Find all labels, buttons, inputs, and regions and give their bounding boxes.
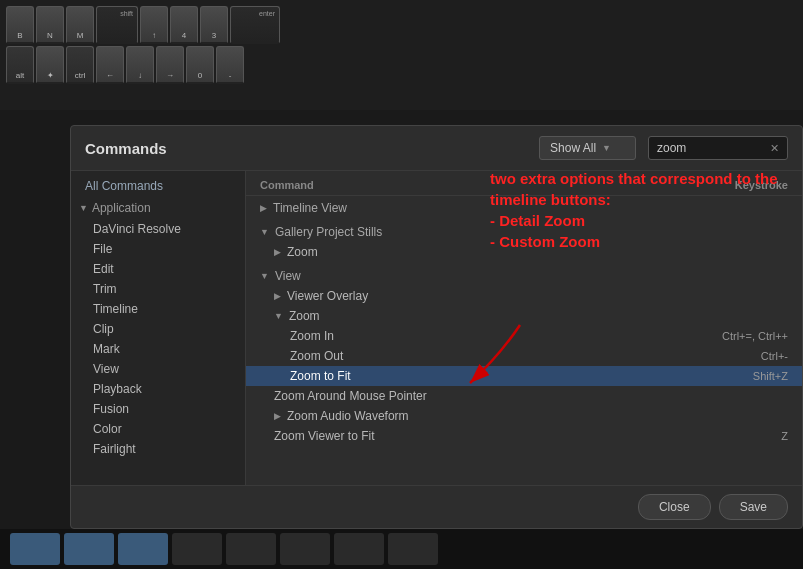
filmstrip-item-4[interactable]	[172, 533, 222, 565]
cmd-viewer-overlay[interactable]: ▶ Viewer Overlay	[246, 286, 802, 306]
sidebar-item-timeline[interactable]: Timeline	[71, 299, 245, 319]
cmd-zoom-to-fit[interactable]: Zoom to Fit Shift+Z	[246, 366, 802, 386]
sidebar-item-davinci[interactable]: DaVinci Resolve	[71, 219, 245, 239]
cmd-name-zoom-to-fit: Zoom to Fit	[290, 369, 628, 383]
group-header-gallery-stills[interactable]: ▼ Gallery Project Stills	[246, 222, 802, 242]
cmd-name-zoom-audio: Zoom Audio Waveform	[287, 409, 628, 423]
sidebar-item-file[interactable]: File	[71, 239, 245, 259]
chevron-right-icon-viewer: ▶	[274, 291, 281, 301]
dialog-header: Commands Show All ▼ ✕	[71, 126, 802, 171]
sidebar-item-fairlight[interactable]: Fairlight	[71, 439, 245, 459]
filmstrip-item-6[interactable]	[280, 533, 330, 565]
key-n[interactable]: N	[36, 6, 64, 44]
filmstrip-item-3[interactable]	[118, 533, 168, 565]
filmstrip-item-1[interactable]	[10, 533, 60, 565]
col-keystroke-label: Keystroke	[628, 179, 788, 191]
key-shift[interactable]: shift	[96, 6, 138, 44]
key-alt[interactable]: alt	[6, 46, 34, 84]
show-all-dropdown[interactable]: Show All ▼	[539, 136, 636, 160]
group-title-gallery-stills: Gallery Project Stills	[275, 225, 382, 239]
cmd-key-zoom-to-fit: Shift+Z	[628, 370, 788, 382]
cmd-name-zoom-in: Zoom In	[290, 329, 628, 343]
group-header-view[interactable]: ▼ View	[246, 266, 802, 286]
command-list: Command Keystroke ▶ Timeline View ▼ Gall…	[246, 171, 802, 485]
sidebar-item-view[interactable]: View	[71, 359, 245, 379]
key-ctrl[interactable]: ctrl	[66, 46, 94, 84]
key-up[interactable]: ↑	[140, 6, 168, 44]
dialog-body: All Commands ▼ Application DaVinci Resol…	[71, 171, 802, 485]
bottom-filmstrip	[0, 529, 803, 569]
commands-dialog: Commands Show All ▼ ✕ All Commands ▼ App…	[70, 125, 803, 529]
chevron-down-icon-view: ▼	[260, 271, 269, 281]
key-b[interactable]: B	[6, 6, 34, 44]
cmd-name-viewer-overlay: Viewer Overlay	[287, 289, 628, 303]
keyboard-row-1: B N M shift ↑ 4 3 enter	[0, 0, 803, 46]
filmstrip-item-5[interactable]	[226, 533, 276, 565]
cmd-zoom-around-mouse[interactable]: Zoom Around Mouse Pointer	[246, 386, 802, 406]
cmd-zoom-subgroup[interactable]: ▼ Zoom	[246, 306, 802, 326]
show-all-label: Show All	[550, 141, 596, 155]
dialog-footer: Close Save	[71, 485, 802, 528]
chevron-down-icon-zoom: ▼	[274, 311, 283, 321]
command-list-header: Command Keystroke	[246, 175, 802, 196]
group-title-timeline-view: Timeline View	[273, 201, 347, 215]
dialog-title: Commands	[85, 140, 527, 157]
chevron-right-icon-audio: ▶	[274, 411, 281, 421]
search-clear-icon[interactable]: ✕	[770, 142, 779, 155]
sidebar-item-fusion[interactable]: Fusion	[71, 399, 245, 419]
cmd-name-zoom-around-mouse: Zoom Around Mouse Pointer	[274, 389, 628, 403]
cmd-key-zoom-in: Ctrl+=, Ctrl++	[628, 330, 788, 342]
key-num3[interactable]: 3	[200, 6, 228, 44]
cmd-zoom-in[interactable]: Zoom In Ctrl+=, Ctrl++	[246, 326, 802, 346]
key-cmd[interactable]: ✦	[36, 46, 64, 84]
search-box: ✕	[648, 136, 788, 160]
key-left[interactable]: ←	[96, 46, 124, 84]
group-title-view: View	[275, 269, 301, 283]
cmd-name-gallery-zoom: Zoom	[287, 245, 628, 259]
cmd-name-zoom-subgroup: Zoom	[289, 309, 628, 323]
keyboard-area: B N M shift ↑ 4 3 enter alt ✦ ctrl ← ↓ →…	[0, 0, 803, 110]
chevron-down-icon: ▼	[79, 203, 88, 213]
chevron-right-icon: ▶	[260, 203, 267, 213]
key-num0[interactable]: 0	[186, 46, 214, 84]
group-timeline-view: ▶ Timeline View	[246, 196, 802, 220]
cmd-zoom-viewer-to-fit[interactable]: Zoom Viewer to Fit Z	[246, 426, 802, 446]
sidebar-item-playback[interactable]: Playback	[71, 379, 245, 399]
key-minus[interactable]: -	[216, 46, 244, 84]
chevron-down-icon-gallery: ▼	[260, 227, 269, 237]
sidebar-item-mark[interactable]: Mark	[71, 339, 245, 359]
cmd-gallery-zoom[interactable]: ▶ Zoom	[246, 242, 802, 262]
group-view: ▼ View ▶ Viewer Overlay ▼ Zoom Zoo	[246, 264, 802, 448]
col-command-label: Command	[260, 179, 628, 191]
command-sidebar: All Commands ▼ Application DaVinci Resol…	[71, 171, 246, 485]
sidebar-item-all-commands[interactable]: All Commands	[71, 175, 245, 197]
cmd-name-zoom-viewer-to-fit: Zoom Viewer to Fit	[274, 429, 628, 443]
sidebar-item-clip[interactable]: Clip	[71, 319, 245, 339]
group-header-timeline-view[interactable]: ▶ Timeline View	[246, 198, 802, 218]
key-right[interactable]: →	[156, 46, 184, 84]
close-button[interactable]: Close	[638, 494, 711, 520]
sidebar-item-edit[interactable]: Edit	[71, 259, 245, 279]
key-enter[interactable]: enter	[230, 6, 280, 44]
search-input[interactable]	[657, 141, 766, 155]
filmstrip-item-7[interactable]	[334, 533, 384, 565]
cmd-key-zoom-viewer-to-fit: Z	[628, 430, 788, 442]
keyboard-row-2: alt ✦ ctrl ← ↓ → 0 -	[0, 46, 803, 84]
dropdown-arrow-icon: ▼	[602, 143, 611, 153]
sidebar-item-color[interactable]: Color	[71, 419, 245, 439]
save-button[interactable]: Save	[719, 494, 788, 520]
key-down[interactable]: ↓	[126, 46, 154, 84]
key-num4[interactable]: 4	[170, 6, 198, 44]
cmd-name-zoom-out: Zoom Out	[290, 349, 628, 363]
cmd-zoom-out[interactable]: Zoom Out Ctrl+-	[246, 346, 802, 366]
cmd-key-zoom-out: Ctrl+-	[628, 350, 788, 362]
filmstrip-item-8[interactable]	[388, 533, 438, 565]
group-gallery-stills: ▼ Gallery Project Stills ▶ Zoom	[246, 220, 802, 264]
chevron-right-icon-zoom: ▶	[274, 247, 281, 257]
sidebar-section-application[interactable]: ▼ Application	[71, 197, 245, 219]
cmd-zoom-audio[interactable]: ▶ Zoom Audio Waveform	[246, 406, 802, 426]
key-m[interactable]: M	[66, 6, 94, 44]
filmstrip-item-2[interactable]	[64, 533, 114, 565]
sidebar-item-trim[interactable]: Trim	[71, 279, 245, 299]
